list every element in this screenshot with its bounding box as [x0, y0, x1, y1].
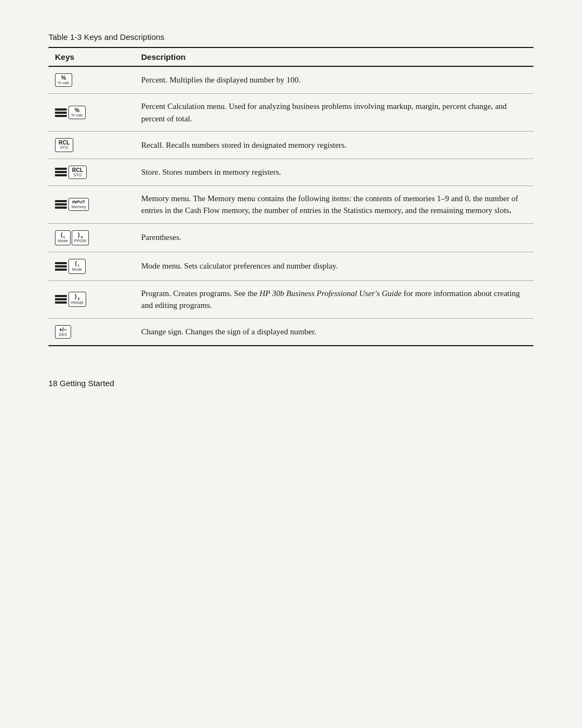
col-header-keys: Keys [48, 47, 135, 66]
description-cell: Parentheses. [135, 223, 534, 252]
key-cell: +/− EEX [48, 318, 135, 346]
table-row: +/− EEX Change sign. Changes the sign of… [48, 318, 534, 346]
description-cell: Recall. Recalls numbers stored in design… [135, 132, 534, 159]
description-cell: Change sign. Changes the sign of a displ… [135, 318, 534, 346]
description-cell: Memory menu. The Memory menu contains th… [135, 186, 534, 223]
key-cell: % % calc [48, 66, 135, 94]
description-cell: Percent Calculation menu. Used for analy… [135, 94, 534, 132]
key-cell: ( i Mode ) x PRGM [48, 223, 135, 252]
key-cell: ( i Mode [48, 252, 135, 280]
table-row: % % calc Percent. Multiplies the display… [48, 66, 534, 94]
table-row: ( i Mode Mode menu. Sets calculator pref… [48, 252, 534, 280]
shift-percent-calc-key: % % calc [55, 106, 86, 119]
table-row: RCL STO Recall. Recalls numbers stored i… [48, 132, 534, 159]
plus-minus-key: +/− EEX [55, 325, 71, 339]
rparen-key: ) x PRGM [72, 230, 89, 245]
rcl-key: RCL STO [55, 138, 73, 152]
shift-mode-key: ( i Mode [55, 259, 86, 274]
description-cell: Program. Creates programs. See the HP 30… [135, 280, 534, 318]
percent-key: % % calc [55, 73, 72, 87]
table-row: ) x PRGM Program. Creates programs. See … [48, 280, 534, 318]
table-row: INPUT Memory Memory menu. The Memory men… [48, 186, 534, 223]
keys-table: Keys Description % % calc Percent. Multi… [48, 47, 534, 346]
description-cell: Percent. Multiplies the displayed number… [135, 66, 534, 94]
table-row: RCL STO Store. Stores numbers in memory … [48, 159, 534, 186]
description-cell: Store. Stores numbers in memory register… [135, 159, 534, 186]
key-cell: % % calc [48, 94, 135, 132]
page-footer: 18 Getting Started [48, 379, 534, 388]
shift-sto-key: RCL STO [55, 166, 87, 179]
table-title: Table 1-3 Keys and Descriptions [48, 32, 534, 42]
col-header-description: Description [135, 47, 534, 66]
description-cell: Mode menu. Sets calculator preferences a… [135, 252, 534, 280]
table-row: % % calc Percent Calculation menu. Used … [48, 94, 534, 132]
key-cell: ) x PRGM [48, 280, 135, 318]
key-cell: RCL STO [48, 159, 135, 186]
shift-prgm-key: ) x PRGM [55, 292, 86, 307]
lparen-key: ( i Mode [55, 230, 71, 245]
footer-text: 18 Getting Started [48, 379, 534, 388]
key-cell: INPUT Memory [48, 186, 135, 223]
key-cell: RCL STO [48, 132, 135, 159]
table-row: ( i Mode ) x PRGM Parentheses. [48, 223, 534, 252]
shift-memory-key: INPUT Memory [55, 198, 89, 211]
